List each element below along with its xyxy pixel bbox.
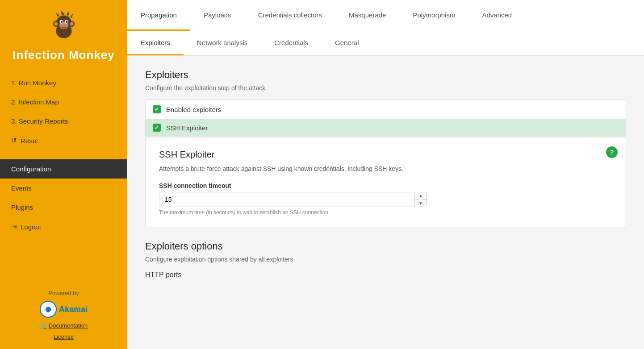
svg-point-13 — [62, 25, 63, 26]
sidebar-item-reset[interactable]: ↺ Reset — [0, 131, 127, 150]
monkey-icon — [46, 9, 82, 45]
security-reports-label: 3. Security Reports — [11, 117, 68, 125]
enabled-exploiters-header: Enabled exploiters — [146, 100, 626, 119]
exploiters-section-desc: Configure the exploitation step of the a… — [145, 84, 626, 91]
spinner-down-button[interactable]: ▼ — [415, 200, 427, 207]
subtab-credentials[interactable]: Credentials — [261, 31, 322, 55]
ssh-exploiter-label: SSH Exploiter — [166, 124, 208, 132]
http-ports-label: HTTP ports — [145, 271, 626, 279]
ssh-exploiter-checkbox[interactable] — [153, 124, 161, 132]
sub-tab-bar: Exploiters Network analysis Credentials … — [127, 31, 644, 56]
help-icon[interactable]: ? — [606, 146, 618, 158]
documentation-link[interactable]: 🔗 Documentation — [40, 322, 88, 329]
timeout-field-hint: The maximum time (in seconds) to wait to… — [159, 209, 427, 216]
timeout-spinners: ▲ ▼ — [414, 192, 427, 207]
tab-payloads[interactable]: Payloads — [190, 0, 245, 31]
spinner-up-button[interactable]: ▲ — [415, 192, 427, 200]
sidebar-item-logout[interactable]: ⇥ Logout — [0, 217, 127, 237]
content-area: Exploiters Configure the exploitation st… — [127, 56, 644, 349]
ssh-exploiter-detail-title: SSH Exploiter — [159, 150, 612, 160]
sidebar-item-security-reports[interactable]: 3. Security Reports — [0, 112, 127, 131]
powered-by-text: Powered by — [48, 290, 79, 296]
sidebar: Infection Monkey 1. Run Monkey 2. Infect… — [0, 0, 127, 349]
options-section-desc: Configure exploitation options shared by… — [145, 256, 626, 263]
timeout-field-label: SSH connection timeout — [159, 182, 427, 189]
timeout-input[interactable] — [159, 192, 414, 207]
akamai-circle-icon: 🔵 — [40, 301, 57, 318]
main-content: Propagation Payloads Credentials collect… — [127, 0, 644, 349]
plugins-label: Plugins — [11, 204, 33, 211]
subtab-network-analysis[interactable]: Network analysis — [184, 31, 261, 55]
exploiters-options-section: Exploiters options Configure exploitatio… — [145, 241, 626, 279]
sidebar-item-plugins[interactable]: Plugins — [0, 198, 127, 217]
logout-icon: ⇥ — [11, 223, 17, 231]
exploiters-section-title: Exploiters — [145, 69, 626, 81]
akamai-text: Akamai — [59, 305, 88, 314]
timeout-input-wrapper: ▲ ▼ — [159, 192, 427, 207]
sidebar-bottom: Powered by 🔵 Akamai 🔗 Documentation Lice… — [0, 283, 127, 349]
reset-label: Reset — [21, 137, 38, 145]
link-icon: 🔗 — [40, 322, 47, 329]
sidebar-logo: Infection Monkey — [0, 0, 127, 69]
reset-icon: ↺ — [11, 137, 17, 145]
enabled-exploiters-container: Enabled exploiters SSH Exploiter — [145, 100, 626, 137]
sidebar-item-configuration[interactable]: Configuration — [0, 159, 127, 179]
tab-polymorphism[interactable]: Polymorphism — [399, 0, 468, 31]
sidebar-item-events[interactable]: Events — [0, 179, 127, 198]
svg-point-4 — [54, 22, 58, 26]
akamai-logo: 🔵 Akamai — [40, 301, 88, 318]
events-label: Events — [11, 184, 32, 192]
subtab-general[interactable]: General — [322, 31, 372, 55]
top-tab-bar: Propagation Payloads Credentials collect… — [127, 0, 644, 31]
ssh-exploiter-detail-desc: Attempts a brute-force attack against SS… — [159, 165, 612, 172]
subtab-exploiters[interactable]: Exploiters — [127, 31, 184, 55]
enabled-exploiters-label: Enabled exploiters — [166, 106, 221, 113]
sidebar-nav: 1. Run Monkey 2. Infection Map 3. Securi… — [0, 69, 127, 283]
infection-map-label: 2. Infection Map — [11, 98, 59, 106]
tab-advanced[interactable]: Advanced — [468, 0, 525, 31]
svg-point-10 — [66, 21, 68, 23]
tab-propagation[interactable]: Propagation — [127, 0, 190, 31]
svg-point-9 — [60, 21, 63, 23]
svg-point-12 — [67, 21, 67, 22]
ssh-exploiter-item[interactable]: SSH Exploiter — [146, 119, 626, 136]
tab-credentials-collectors[interactable]: Credentials collectors — [245, 0, 335, 31]
configuration-label: Configuration — [11, 165, 51, 173]
svg-point-5 — [70, 22, 73, 26]
run-monkey-label: 1. Run Monkey — [11, 79, 56, 87]
logout-label: Logout — [21, 223, 41, 231]
svg-point-14 — [64, 25, 65, 26]
tab-masquerade[interactable]: Masquerade — [335, 0, 399, 31]
enabled-exploiters-checkbox[interactable] — [153, 105, 161, 113]
sidebar-item-run-monkey[interactable]: 1. Run Monkey — [0, 73, 127, 92]
sidebar-title: Infection Monkey — [13, 48, 114, 62]
license-link[interactable]: License — [54, 333, 74, 340]
svg-point-11 — [62, 21, 63, 22]
options-section-title: Exploiters options — [145, 241, 626, 252]
sidebar-item-infection-map[interactable]: 2. Infection Map — [0, 92, 127, 112]
ssh-exploiter-detail: ? SSH Exploiter Attempts a brute-force a… — [145, 138, 626, 227]
